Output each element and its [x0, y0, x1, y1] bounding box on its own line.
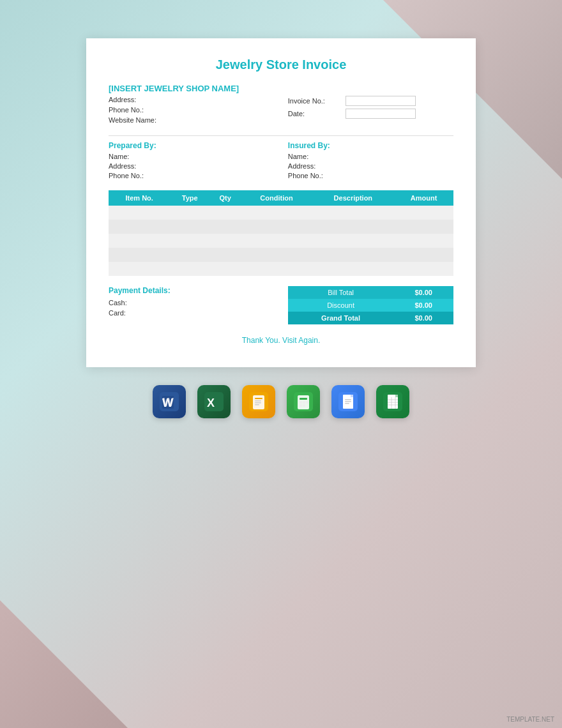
col-type: Type [170, 190, 209, 206]
insured-name-label: Name: [288, 153, 308, 160]
bill-total-label: Bill Total [288, 286, 394, 299]
prepared-phone-label: Phone No.: [109, 172, 144, 179]
grand-total-value: $0.00 [393, 312, 453, 324]
shop-info-right: Invoice No.: Date: [288, 96, 453, 126]
col-item-no: Item No. [109, 190, 170, 206]
phone-label: Phone No.: [109, 106, 166, 114]
invoice-no-input[interactable] [346, 96, 416, 106]
col-amount: Amount [394, 190, 453, 206]
shop-info-section: Address: Phone No.: Website Name: Invoic… [109, 96, 453, 126]
bill-total-value: $0.00 [393, 286, 453, 299]
svg-rect-15 [300, 401, 302, 404]
table-row [109, 206, 453, 220]
svg-rect-19 [303, 404, 305, 407]
website-row: Website Name: [109, 116, 274, 124]
insured-by-heading: Insured By: [288, 141, 453, 150]
insured-name-row: Name: [288, 153, 453, 160]
svg-text:W: W [162, 397, 173, 409]
svg-text:X: X [207, 397, 215, 409]
address-row: Address: [109, 96, 274, 103]
invoice-card: Jewelry Store Invoice [INSERT JEWELRY SH… [86, 38, 476, 367]
svg-rect-17 [306, 401, 308, 404]
card-row: Card: [109, 309, 274, 317]
gdocs-icon[interactable] [331, 385, 365, 418]
table-row [109, 248, 453, 262]
discount-label: Discount [288, 299, 394, 312]
svg-rect-25 [345, 403, 349, 404]
shop-name: [INSERT JEWELRY SHOP NAME] [109, 84, 453, 93]
bill-total-row: Bill Total $0.00 [288, 286, 453, 299]
phone-row: Phone No.: [109, 106, 274, 114]
cash-row: Cash: [109, 299, 274, 307]
divider-1 [109, 135, 453, 136]
invoice-no-row: Invoice No.: [288, 96, 453, 106]
invoice-title: Jewelry Store Invoice [109, 57, 453, 72]
word-icon[interactable]: W W [153, 385, 186, 418]
svg-rect-18 [300, 404, 302, 407]
svg-rect-8 [255, 398, 262, 399]
payment-section: Payment Details: Cash: Card: Bill Total … [109, 286, 453, 324]
discount-row: Discount $0.00 [288, 299, 453, 312]
insured-address-label: Address: [288, 162, 315, 170]
insured-phone-label: Phone No.: [288, 172, 323, 179]
svg-rect-28 [395, 395, 398, 397]
table-row [109, 234, 453, 248]
svg-rect-10 [255, 402, 261, 404]
col-qty: Qty [209, 190, 241, 206]
prepared-insured-section: Prepared By: Name: Address: Phone No.: I… [109, 141, 453, 181]
payment-details-label: Payment Details: [109, 286, 274, 295]
thank-you-text: Thank You. Visit Again. [109, 336, 453, 345]
svg-rect-23 [345, 399, 351, 400]
invoice-no-label: Invoice No.: [288, 97, 346, 105]
invoice-table: Item No. Type Qty Condition Description … [109, 190, 453, 276]
card-label: Card: [109, 309, 126, 317]
col-description: Description [312, 190, 394, 206]
col-condition: Condition [241, 190, 312, 206]
excel-icon[interactable]: X [197, 385, 231, 418]
prepared-name-label: Name: [109, 153, 129, 160]
insured-by-col: Insured By: Name: Address: Phone No.: [288, 141, 453, 181]
insured-address-row: Address: [288, 162, 453, 170]
shop-info-left: Address: Phone No.: Website Name: [109, 96, 274, 126]
date-label: Date: [288, 110, 346, 118]
prepared-name-row: Name: [109, 153, 274, 160]
prepared-address-label: Address: [109, 162, 136, 170]
insured-phone-row: Phone No.: [288, 172, 453, 179]
svg-rect-11 [255, 404, 259, 406]
cash-label: Cash: [109, 299, 127, 307]
svg-rect-22 [351, 395, 353, 397]
svg-rect-9 [255, 400, 261, 402]
bg-decoration-bottom-left [0, 600, 128, 728]
gsheets-icon[interactable] [376, 385, 409, 418]
pages-icon[interactable] [242, 385, 275, 418]
table-row [109, 220, 453, 234]
grand-total-label: Grand Total [288, 312, 394, 324]
prepared-by-heading: Prepared By: [109, 141, 274, 150]
app-icons-bar: W W X [153, 385, 409, 418]
totals-table: Bill Total $0.00 Discount $0.00 Grand To… [288, 286, 453, 324]
watermark: TEMPLATE.NET [506, 716, 554, 723]
payment-right: Bill Total $0.00 Discount $0.00 Grand To… [288, 286, 453, 324]
svg-rect-14 [300, 398, 307, 400]
grand-total-row: Grand Total $0.00 [288, 312, 453, 324]
date-input[interactable] [346, 109, 416, 119]
table-header-row: Item No. Type Qty Condition Description … [109, 190, 453, 206]
prepared-by-col: Prepared By: Name: Address: Phone No.: [109, 141, 274, 181]
prepared-phone-row: Phone No.: [109, 172, 274, 179]
table-row [109, 262, 453, 276]
numbers-icon[interactable] [287, 385, 320, 418]
address-label: Address: [109, 96, 166, 103]
payment-left: Payment Details: Cash: Card: [109, 286, 274, 319]
svg-rect-24 [345, 401, 351, 402]
date-row: Date: [288, 109, 453, 119]
discount-value: $0.00 [393, 299, 453, 312]
website-label: Website Name: [109, 116, 166, 124]
prepared-address-row: Address: [109, 162, 274, 170]
svg-rect-16 [303, 401, 305, 404]
